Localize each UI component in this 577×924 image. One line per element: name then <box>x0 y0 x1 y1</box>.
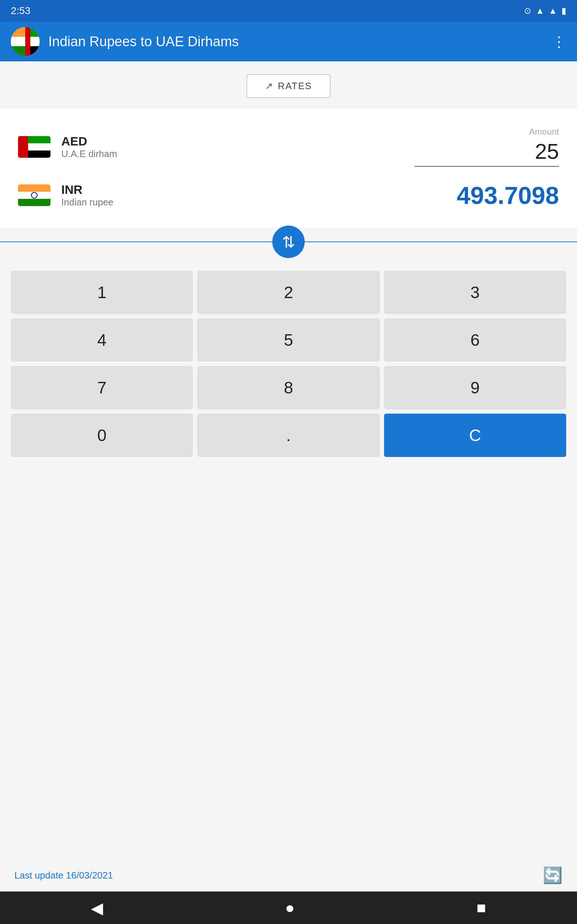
converted-value: 493.7098 <box>415 181 559 209</box>
app-bar: Indian Rupees to UAE Dirhams ⋮ <box>0 22 577 61</box>
status-time: 2:53 <box>11 5 31 16</box>
numpad: 1234567890.C <box>0 256 577 472</box>
num-4-button[interactable]: 4 <box>11 318 193 362</box>
status-icons: ⊙ ▲ ▲ ▮ <box>524 6 566 16</box>
status-bar: 2:53 ⊙ ▲ ▲ ▮ <box>0 0 577 22</box>
content-area: ↗ RATES AED U.A.E dirham Amount 25 <box>0 61 577 892</box>
from-currency-name: U.A.E dirham <box>61 149 404 160</box>
app-logo-image <box>11 27 40 56</box>
swap-button[interactable]: ⇅ <box>272 226 305 258</box>
svg-rect-3 <box>11 46 25 56</box>
ashoka-chakra <box>31 192 37 199</box>
num-3-button[interactable]: 3 <box>384 271 566 314</box>
recent-button[interactable]: ■ <box>476 899 486 917</box>
num-2-button[interactable]: 2 <box>197 271 379 314</box>
trend-icon: ↗ <box>265 81 273 92</box>
rates-button[interactable]: ↗ RATES <box>247 74 331 98</box>
num-8-button[interactable]: 8 <box>197 366 379 409</box>
home-button[interactable]: ● <box>285 899 295 917</box>
from-currency-row: AED U.A.E dirham Amount 25 <box>18 120 559 174</box>
battery-icon: ▮ <box>561 6 566 16</box>
inr-flag <box>18 184 50 206</box>
amount-label: Amount <box>529 127 559 137</box>
to-currency-name: Indian rupee <box>61 197 404 208</box>
to-currency-row: INR Indian rupee 493.7098 <box>18 174 559 216</box>
circle-status-icon: ⊙ <box>524 6 531 16</box>
from-currency-code: AED <box>61 134 404 149</box>
rates-button-label: RATES <box>278 81 312 92</box>
wifi-icon: ▲ <box>535 6 544 16</box>
svg-rect-2 <box>11 37 25 46</box>
rates-container: ↗ RATES <box>0 61 577 109</box>
from-currency-info: AED U.A.E dirham <box>61 134 404 160</box>
num-5-button[interactable]: 5 <box>197 318 379 362</box>
to-currency-code: INR <box>61 183 404 197</box>
to-currency-info: INR Indian rupee <box>61 183 404 208</box>
divider-section: ⇅ <box>0 228 577 256</box>
aed-flag <box>18 136 50 158</box>
swap-icon: ⇅ <box>282 233 295 251</box>
from-currency-section: AED U.A.E dirham Amount 25 INR Indian ru… <box>0 109 577 228</box>
decimal-button[interactable]: . <box>197 414 379 457</box>
num-9-button[interactable]: 9 <box>384 366 566 409</box>
app-title: Indian Rupees to UAE Dirhams <box>48 34 543 50</box>
refresh-icon[interactable]: 🔄 <box>543 866 562 885</box>
clear-button[interactable]: C <box>384 414 566 457</box>
amount-section: Amount 25 <box>415 127 559 167</box>
converted-section: 493.7098 <box>415 181 559 209</box>
bottom-area <box>0 472 577 859</box>
app-logo <box>11 27 40 56</box>
num-1-button[interactable]: 1 <box>11 271 193 314</box>
amount-value[interactable]: 25 <box>415 139 559 167</box>
signal-icon: ▲ <box>548 6 557 16</box>
svg-rect-1 <box>11 27 25 37</box>
last-update-text: Last update 16/03/2021 <box>15 870 113 881</box>
num-0-button[interactable]: 0 <box>11 414 193 457</box>
navigation-bar: ◀ ● ■ <box>0 892 577 924</box>
num-6-button[interactable]: 6 <box>384 318 566 362</box>
footer: Last update 16/03/2021 🔄 <box>0 859 577 892</box>
more-menu-icon[interactable]: ⋮ <box>552 33 566 50</box>
back-button[interactable]: ◀ <box>91 899 103 917</box>
svg-rect-7 <box>25 27 30 56</box>
num-7-button[interactable]: 7 <box>11 366 193 409</box>
